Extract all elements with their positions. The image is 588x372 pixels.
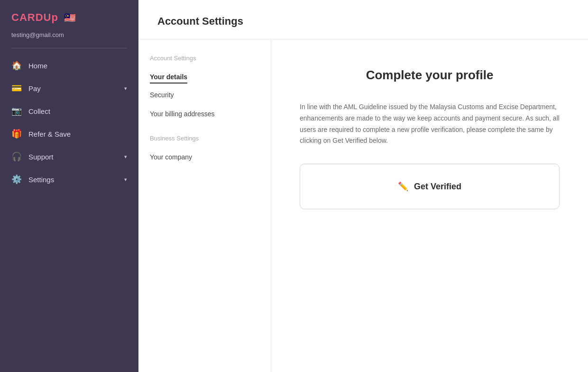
get-verified-button[interactable]: ✏️ Get Verified [300,164,560,209]
sidebar-item-support[interactable]: 🎧 Support ▾ [0,145,138,168]
collect-icon: 📷 [11,106,22,116]
flag-icon: 🇲🇾 [64,12,76,23]
page-title: Account Settings [157,15,569,28]
user-email: testing@gmail.com [0,31,138,48]
chevron-down-icon: ▾ [124,85,127,92]
sidebar-item-label: Pay [28,84,118,93]
chevron-down-icon: ▾ [124,154,127,160]
sidebar: CARDUp 🇲🇾 testing@gmail.com 🏠 Home 💳 Pay… [0,0,138,372]
profile-panel: Complete your profile In line with the A… [271,39,588,372]
sidebar-item-refer[interactable]: 🎁 Refer & Save [0,122,138,145]
business-settings-label: Business Settings [150,135,259,142]
pay-icon: 💳 [11,83,22,93]
main-content: Account Settings Account Settings Your d… [138,0,588,372]
refer-icon: 🎁 [11,129,22,139]
content-area: Account Settings Your details Security Y… [138,39,588,372]
nav-your-company[interactable]: Your company [150,149,259,165]
sidebar-item-home[interactable]: 🏠 Home [0,54,138,77]
chevron-down-icon: ▾ [124,177,127,183]
settings-nav: Account Settings Your details Security Y… [138,39,271,372]
sidebar-item-label: Support [28,153,118,161]
business-section: Business Settings Your company [150,135,259,165]
support-icon: 🎧 [11,151,22,162]
sidebar-item-collect[interactable]: 📷 Collect [0,100,138,122]
account-settings-label: Account Settings [150,55,259,62]
logo-card: CARD [11,11,44,23]
get-verified-label: Get Verified [414,182,461,192]
sidebar-item-label: Collect [28,107,127,115]
nav-billing-addresses[interactable]: Your billing addresses [150,106,259,121]
profile-description: In line with the AML Guideline issued by… [300,102,560,147]
sidebar-header: CARDUp 🇲🇾 [0,0,138,31]
sidebar-nav: 🏠 Home 💳 Pay ▾ 📷 Collect 🎁 Refer & Save … [0,54,138,191]
sidebar-item-label: Settings [28,176,118,184]
sidebar-item-label: Home [28,62,127,70]
sidebar-item-label: Refer & Save [28,130,127,138]
settings-icon: ⚙️ [11,174,22,185]
page-header: Account Settings [138,0,588,39]
nav-your-details[interactable]: Your details [150,69,187,84]
sidebar-item-settings[interactable]: ⚙️ Settings ▾ [0,168,138,191]
profile-title: Complete your profile [300,68,560,83]
nav-security[interactable]: Security [150,87,259,102]
sidebar-divider [11,48,127,48]
sidebar-item-pay[interactable]: 💳 Pay ▾ [0,77,138,100]
pencil-icon: ✏️ [398,181,408,192]
home-icon: 🏠 [11,60,22,71]
logo-up: Up [44,11,58,23]
logo: CARDUp [11,11,58,24]
